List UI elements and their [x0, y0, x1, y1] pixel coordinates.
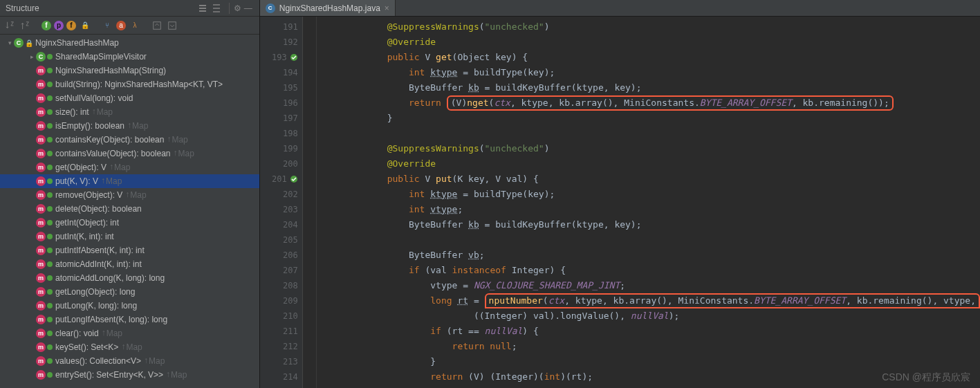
tree-node-4[interactable]: msize(): int↑Map: [0, 105, 259, 119]
tree-node-18[interactable]: mputLong(K, long): long: [0, 299, 259, 313]
method-icon: m: [36, 232, 46, 241]
show-fields-icon[interactable]: f: [41, 21, 51, 30]
twist-icon[interactable]: ▾: [6, 39, 14, 46]
code-line[interactable]: }: [322, 111, 980, 126]
super-label: ↑Map: [121, 342, 142, 352]
inherited-icon[interactable]: ⑂: [101, 19, 113, 32]
root-label: NginxSharedHashMap: [35, 38, 119, 48]
code-line[interactable]: int vtype;: [322, 202, 980, 217]
code-line[interactable]: ByteBuffer kb = buildKeyBuffer(ktype, ke…: [322, 217, 980, 232]
code-line[interactable]: [322, 232, 980, 248]
twist-icon[interactable]: ▸: [28, 53, 36, 60]
code-line[interactable]: vtype = NGX_CLOJURE_SHARED_MAP_JINT;: [322, 278, 980, 293]
tree-node-19[interactable]: mputLongIfAbsent(K, long): long: [0, 313, 259, 326]
line-number: 208: [263, 278, 298, 293]
node-label: isEmpty(): boolean: [55, 121, 124, 131]
code-line[interactable]: if (val instanceof Integer) {: [322, 263, 980, 278]
tree-node-2[interactable]: mbuild(String): NginxSharedHashMap<KT, V…: [0, 77, 259, 91]
show-props-icon[interactable]: p: [54, 21, 64, 30]
node-label: NginxSharedHashMap(String): [55, 66, 166, 75]
tree-node-22[interactable]: mvalues(): Collection<V>↑Map: [0, 354, 259, 368]
code-editor[interactable]: 1911921931941951961971981992002012022032…: [260, 17, 980, 388]
code-line[interactable]: if (rt == nullVal) {: [322, 324, 980, 339]
svg-rect-1: [169, 21, 176, 29]
code-line[interactable]: ByteBuffer kb = buildKeyBuffer(ktype, ke…: [322, 80, 980, 95]
autoscroll-source-icon[interactable]: [151, 19, 163, 32]
method-icon: m: [36, 315, 46, 324]
sort-alpha-icon[interactable]: [4, 19, 17, 32]
tree-root[interactable]: ▾ C 🔒 NginxSharedHashMap: [0, 36, 259, 50]
anonymous-icon[interactable]: a: [116, 21, 126, 30]
line-gutter: 1911921931941951961971981992002012022032…: [260, 17, 303, 388]
tree-node-1[interactable]: mNginxSharedHashMap(String): [0, 64, 259, 77]
code-line[interactable]: @Override: [322, 35, 980, 50]
method-icon: m: [36, 329, 46, 338]
code-line[interactable]: int ktype = buildType(key);: [322, 65, 980, 80]
expand-all-icon[interactable]: [211, 3, 222, 14]
super-label: ↑Map: [92, 107, 113, 117]
code-content[interactable]: @SuppressWarnings("unchecked") @Override…: [317, 17, 980, 388]
collapse-all-icon[interactable]: [197, 3, 208, 14]
override-icon[interactable]: [290, 53, 298, 62]
autoscroll-from-icon[interactable]: [166, 19, 178, 32]
tree-node-6[interactable]: mcontainsKey(Object): boolean↑Map: [0, 133, 259, 147]
tab-file[interactable]: C NginxSharedHashMap.java ×: [260, 0, 396, 16]
gear-icon[interactable]: ⚙: [229, 3, 240, 14]
code-line[interactable]: }: [322, 354, 980, 369]
minimize-icon[interactable]: —: [243, 3, 254, 14]
tree-node-8[interactable]: mget(Object): V↑Map: [0, 160, 259, 174]
node-label: clear(): void: [55, 329, 99, 338]
line-number: 199: [263, 141, 298, 156]
tree-node-23[interactable]: mentrySet(): Set<Entry<K, V>>↑Map: [0, 368, 259, 382]
tree-node-11[interactable]: mdelete(Object): boolean: [0, 202, 259, 216]
lambda-icon[interactable]: λ: [129, 19, 141, 32]
node-label: containsValue(Object): boolean: [55, 149, 171, 158]
show-nonpublic-icon[interactable]: f: [66, 21, 76, 30]
visibility-mark: [47, 68, 53, 73]
override-icon[interactable]: [290, 175, 298, 183]
structure-tree[interactable]: ▾ C 🔒 NginxSharedHashMap ▸CSharedMapSimp…: [0, 35, 259, 388]
tree-node-13[interactable]: mputInt(K, int): int: [0, 230, 259, 243]
code-line[interactable]: long rt = nputNumber(ctx, ktype, kb.arra…: [322, 293, 980, 308]
tree-node-20[interactable]: mclear(): void↑Map: [0, 326, 259, 340]
code-line[interactable]: return null;: [322, 339, 980, 354]
tree-node-15[interactable]: matomicAddInt(K, int): int: [0, 257, 259, 271]
code-line[interactable]: @Override: [322, 156, 980, 172]
method-icon: m: [36, 246, 46, 255]
tree-node-12[interactable]: mgetInt(Object): int: [0, 216, 259, 230]
lock-icon[interactable]: 🔒: [79, 19, 91, 32]
tree-node-14[interactable]: mputIntIfAbsent(K, int): int: [0, 243, 259, 257]
method-icon: m: [36, 370, 46, 380]
node-label: entrySet(): Set<Entry<K, V>>: [55, 370, 163, 380]
sort-vis-icon[interactable]: [19, 19, 32, 32]
super-label: ↑Map: [144, 356, 165, 366]
visibility-mark: [47, 289, 53, 295]
line-number: 196: [263, 95, 298, 111]
code-line[interactable]: ByteBuffer vb;: [322, 248, 980, 263]
super-label: ↑Map: [127, 121, 148, 131]
super-label: ↑Map: [109, 163, 130, 172]
tree-node-7[interactable]: mcontainsValue(Object): boolean↑Map: [0, 147, 259, 160]
tree-node-17[interactable]: mgetLong(Object): long: [0, 285, 259, 299]
method-icon: m: [36, 163, 46, 172]
code-line[interactable]: @SuppressWarnings("unchecked"): [322, 141, 980, 156]
code-line[interactable]: [322, 126, 980, 141]
code-line[interactable]: public V put(K key, V val) {: [322, 172, 980, 187]
tree-node-9[interactable]: mput(K, V): V↑Map: [0, 174, 259, 188]
tree-node-21[interactable]: mkeySet(): Set<K>↑Map: [0, 340, 259, 354]
tree-node-5[interactable]: misEmpty(): boolean↑Map: [0, 119, 259, 133]
code-line[interactable]: int ktype = buildType(key);: [322, 187, 980, 202]
tree-node-16[interactable]: matomicAddLong(K, long): long: [0, 271, 259, 285]
code-line[interactable]: @SuppressWarnings("unchecked"): [322, 19, 980, 35]
close-icon[interactable]: ×: [385, 3, 389, 13]
code-line[interactable]: return (V)nget(ctx, ktype, kb.array(), M…: [322, 95, 980, 111]
class-icon: C: [14, 38, 24, 48]
code-line[interactable]: public V get(Object key) {: [322, 50, 980, 65]
line-number: 204: [263, 217, 298, 232]
method-icon: m: [36, 273, 46, 283]
method-icon: m: [36, 149, 46, 158]
tree-node-3[interactable]: msetNullVal(long): void: [0, 91, 259, 105]
tree-node-0[interactable]: ▸CSharedMapSimpleVisitor: [0, 50, 259, 64]
code-line[interactable]: ((Integer) val).longValue(), nullVal);: [322, 308, 980, 324]
tree-node-10[interactable]: mremove(Object): V↑Map: [0, 188, 259, 202]
